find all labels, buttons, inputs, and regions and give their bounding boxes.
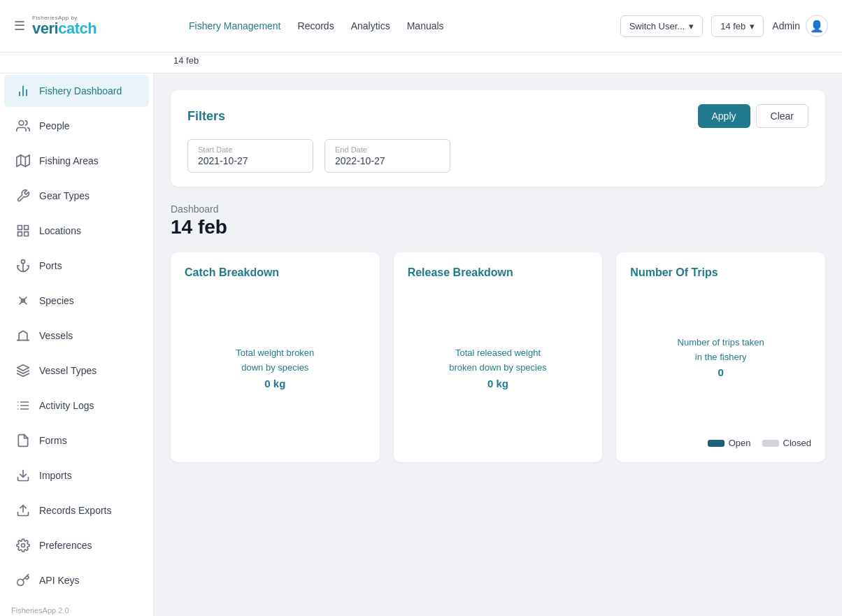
svg-point-3 bbox=[19, 121, 24, 126]
end-date-label: End Date bbox=[335, 145, 440, 154]
svg-rect-10 bbox=[18, 232, 22, 236]
wrench-icon bbox=[15, 188, 31, 203]
top-navigation: ☰ FisheriesApp by vericatch Fishery Mana… bbox=[0, 0, 842, 52]
map-icon bbox=[15, 153, 31, 169]
legend-closed: Closed bbox=[762, 438, 811, 448]
fish-icon bbox=[15, 293, 31, 308]
sidebar-footer: FisheriesApp 2.0 bbox=[0, 598, 153, 616]
building-icon bbox=[15, 223, 31, 238]
clear-button[interactable]: Clear bbox=[756, 104, 808, 128]
sidebar-item-ports[interactable]: Ports bbox=[4, 250, 149, 282]
nav-links: Fishery Management Records Analytics Man… bbox=[189, 20, 599, 31]
sub-header: 14 feb bbox=[0, 52, 842, 73]
sidebar-item-fishery-dashboard[interactable]: Fishery Dashboard bbox=[4, 75, 149, 107]
filters-actions: Apply Clear bbox=[698, 104, 809, 128]
dashboard-date: 14 feb bbox=[171, 216, 825, 238]
nav-records[interactable]: Records bbox=[298, 20, 334, 31]
admin-avatar: 👤 bbox=[806, 15, 828, 37]
svg-rect-9 bbox=[24, 232, 29, 236]
start-date-value: 2021-10-27 bbox=[198, 155, 303, 166]
people-icon bbox=[15, 118, 31, 134]
nav-right: Switch User... ▾ 14 feb ▾ Admin 👤 bbox=[620, 15, 828, 37]
catch-breakdown-body: Total weight broken down by species 0 kg bbox=[185, 290, 366, 448]
svg-rect-8 bbox=[24, 226, 29, 230]
anchor-icon bbox=[15, 258, 31, 273]
start-date-field[interactable]: Start Date 2021-10-27 bbox=[187, 139, 313, 173]
sidebar-item-label: Species bbox=[39, 295, 74, 306]
dashboard-header: Dashboard 14 feb bbox=[171, 203, 825, 238]
filters-title: Filters bbox=[187, 109, 225, 124]
sidebar-item-fishing-areas[interactable]: Fishing Areas bbox=[4, 145, 149, 177]
catch-breakdown-card: Catch Breakdown Total weight broken down… bbox=[171, 252, 380, 462]
sidebar-item-label: Fishery Dashboard bbox=[39, 85, 122, 96]
chevron-down-icon: ▾ bbox=[689, 21, 694, 31]
sidebar-item-label: Gear Types bbox=[39, 190, 90, 201]
trips-title: Number Of Trips bbox=[630, 266, 811, 279]
vessel-icon bbox=[15, 328, 31, 343]
export-icon bbox=[15, 503, 31, 518]
sidebar-item-records-exports[interactable]: Records Exports bbox=[4, 494, 149, 527]
sidebar-item-activity-logs[interactable]: Activity Logs bbox=[4, 389, 149, 422]
sidebar-item-label: Forms bbox=[39, 435, 67, 446]
nav-manuals[interactable]: Manuals bbox=[407, 20, 444, 31]
sidebar-item-imports[interactable]: Imports bbox=[4, 459, 149, 492]
logo-brand-text: vericatch bbox=[32, 21, 97, 36]
sidebar: Fishery Dashboard People Fishing Areas bbox=[0, 73, 154, 616]
sidebar-item-locations[interactable]: Locations bbox=[4, 215, 149, 247]
vessel-types-icon bbox=[15, 363, 31, 378]
hamburger-menu[interactable]: ☰ bbox=[14, 18, 25, 34]
sidebar-item-preferences[interactable]: Preferences bbox=[4, 529, 149, 561]
end-date-value: 2022-10-27 bbox=[335, 155, 440, 166]
sidebar-item-label: Ports bbox=[39, 260, 62, 271]
filters-card: Filters Apply Clear Start Date 2021-10-2… bbox=[171, 90, 825, 187]
filters-header: Filters Apply Clear bbox=[187, 104, 808, 128]
end-date-field[interactable]: End Date 2022-10-27 bbox=[324, 139, 450, 173]
nav-fishery-management[interactable]: Fishery Management bbox=[189, 20, 281, 31]
release-breakdown-title: Release Breakdown bbox=[408, 266, 589, 279]
trips-legend: Open Closed bbox=[630, 438, 811, 448]
filters-fields: Start Date 2021-10-27 End Date 2022-10-2… bbox=[187, 139, 808, 173]
sidebar-item-label: Records Exports bbox=[39, 505, 111, 516]
trips-center-text: Number of trips taken in the fishery 0 bbox=[678, 336, 764, 382]
legend-open: Open bbox=[708, 438, 751, 448]
admin-area[interactable]: Admin 👤 bbox=[772, 15, 828, 37]
sidebar-item-gear-types[interactable]: Gear Types bbox=[4, 180, 149, 212]
import-icon bbox=[15, 468, 31, 483]
release-center-text: Total released weight broken down by spe… bbox=[449, 346, 546, 392]
sidebar-item-label: Imports bbox=[39, 470, 72, 481]
chevron-down-icon: ▾ bbox=[750, 21, 755, 31]
gear-icon bbox=[15, 538, 31, 553]
sidebar-item-forms[interactable]: Forms bbox=[4, 424, 149, 457]
sidebar-item-label: Locations bbox=[39, 225, 81, 236]
forms-icon bbox=[15, 433, 31, 448]
sidebar-item-label: Vessels bbox=[39, 330, 73, 341]
sidebar-item-vessel-types[interactable]: Vessel Types bbox=[4, 354, 149, 387]
legend-open-dot bbox=[708, 440, 725, 447]
sidebar-item-label: Activity Logs bbox=[39, 400, 94, 411]
key-icon bbox=[15, 573, 31, 588]
date-selector[interactable]: 14 feb ▾ bbox=[711, 15, 764, 37]
release-breakdown-card: Release Breakdown Total released weight … bbox=[394, 252, 603, 462]
list-icon bbox=[15, 398, 31, 413]
sidebar-item-species[interactable]: Species bbox=[4, 285, 149, 317]
sidebar-item-api-keys[interactable]: API Keys bbox=[4, 564, 149, 596]
main-content: Filters Apply Clear Start Date 2021-10-2… bbox=[154, 73, 842, 616]
app-logo: FisheriesApp by vericatch bbox=[32, 15, 97, 36]
start-date-label: Start Date bbox=[198, 145, 303, 154]
nav-analytics[interactable]: Analytics bbox=[351, 20, 390, 31]
legend-closed-dot bbox=[762, 440, 779, 447]
switch-user-button[interactable]: Switch User... ▾ bbox=[620, 15, 703, 37]
cards-row: Catch Breakdown Total weight broken down… bbox=[171, 252, 825, 462]
sidebar-item-vessels[interactable]: Vessels bbox=[4, 320, 149, 352]
apply-button[interactable]: Apply bbox=[698, 104, 750, 128]
trips-body: Number of trips taken in the fishery 0 bbox=[630, 290, 811, 427]
svg-point-22 bbox=[22, 544, 25, 547]
number-of-trips-card: Number Of Trips Number of trips taken in… bbox=[616, 252, 825, 462]
catch-breakdown-title: Catch Breakdown bbox=[185, 266, 366, 279]
svg-rect-7 bbox=[18, 226, 22, 230]
sidebar-item-label: Fishing Areas bbox=[39, 155, 99, 166]
release-breakdown-body: Total released weight broken down by spe… bbox=[408, 290, 589, 448]
svg-marker-4 bbox=[17, 155, 29, 167]
sidebar-item-people[interactable]: People bbox=[4, 110, 149, 142]
chart-icon bbox=[15, 83, 31, 99]
